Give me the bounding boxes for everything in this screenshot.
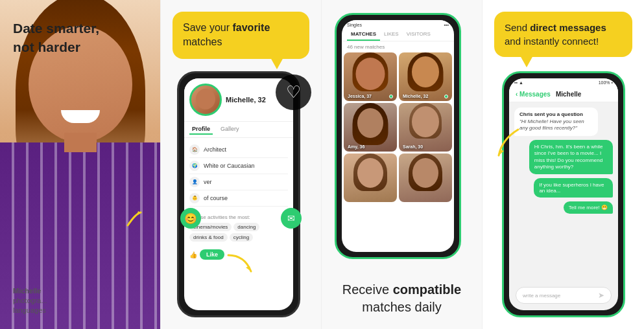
online-dot-michelle bbox=[444, 95, 448, 98]
field-job: 🏠 Architect bbox=[189, 142, 288, 158]
chat-header: ‹ Messages Michelle bbox=[509, 87, 618, 102]
match-card-5[interactable] bbox=[344, 153, 397, 202]
info-row-lang: languages bbox=[13, 306, 47, 314]
phone-mock-profile: Michelle, 32 Profile Gallery 🏠 Architect… bbox=[177, 71, 300, 317]
mail-badge[interactable]: ✉ bbox=[281, 208, 302, 229]
profile-fields: 🏠 Architect 🌍 White or Caucasian 👤 ver 👶… bbox=[184, 138, 293, 210]
bottom-arrow bbox=[225, 252, 257, 280]
match-name-michelle: Michelle, 32 bbox=[403, 94, 428, 98]
back-button[interactable]: ‹ Messages bbox=[516, 91, 551, 98]
bubble-question: Chris sent you a question "Hi Michelle! … bbox=[514, 108, 598, 136]
arrow-decoration bbox=[123, 207, 146, 233]
phone-screen-matches: Singles ▪▪▪ MATCHES LIKES VISITORS 46 ne… bbox=[342, 20, 454, 252]
status-signal: ▪▪▪ bbox=[444, 23, 449, 27]
status-bar: Singles ▪▪▪ bbox=[342, 20, 454, 28]
profile-name: Michelle, 32 bbox=[226, 96, 266, 104]
panel-messages: Send direct messagesand instantly connec… bbox=[483, 0, 644, 329]
tag-drinks: drinks & food bbox=[189, 233, 228, 242]
tab-likes[interactable]: LIKES bbox=[380, 28, 403, 41]
speech-bold: favorite bbox=[232, 22, 270, 33]
activities-label: s these activities the most: bbox=[189, 214, 288, 220]
field-misc1-text: ver bbox=[204, 179, 212, 185]
new-matches-label: 46 new matches bbox=[342, 41, 454, 52]
activity-tags: cinema/movies dancing drinks & food cycl… bbox=[189, 223, 288, 242]
info-row-photo: photogra... bbox=[13, 297, 47, 304]
match-photo-5 bbox=[344, 153, 397, 202]
question-text: "Hi Michelle! Have you seen any good fil… bbox=[519, 119, 593, 132]
bottom-text-bold: compatible bbox=[393, 282, 462, 297]
match-photo-6 bbox=[399, 153, 452, 202]
panel-date-smarter: Date smarter, not harder Michelle photog… bbox=[0, 0, 161, 329]
speech-bubble-save: Save your favorite matches bbox=[173, 12, 309, 59]
phone-mock-chat: ▪▪ ▲ 100% ▪ ‹ Messages Michelle Chris se… bbox=[502, 71, 625, 317]
smile-badge[interactable]: 😊 bbox=[180, 208, 201, 229]
job-icon: 🏠 bbox=[189, 144, 200, 155]
bottom-text: Receive compatiblematches daily bbox=[335, 281, 469, 316]
like-button[interactable]: Like bbox=[200, 249, 224, 260]
match-card-michelle[interactable]: Michelle, 32 bbox=[399, 52, 452, 101]
bubble-reply-2: If you like superheros I have an idea... bbox=[534, 178, 613, 198]
status-bar-text: Singles bbox=[347, 23, 362, 27]
bubble-reply-1: Hi Chris, hm. It's been a while since I'… bbox=[529, 140, 613, 175]
speech-bold-direct: direct messages bbox=[530, 22, 606, 33]
panel-matches: Singles ▪▪▪ MATCHES LIKES VISITORS 46 ne… bbox=[322, 0, 483, 329]
tab-visitors[interactable]: VISITORS bbox=[403, 28, 435, 41]
bubble-reply-3: Tell me more! 😁 bbox=[564, 201, 613, 214]
tab-profile[interactable]: Profile bbox=[189, 124, 213, 135]
heart-overlay-button[interactable] bbox=[276, 74, 311, 110]
profile-avatar bbox=[189, 84, 222, 116]
left-arrow-decoration bbox=[492, 126, 521, 161]
match-name-sarah: Sarah, 30 bbox=[403, 144, 423, 149]
panel-save-matches: Save your favorite matches Michelle, 32 … bbox=[161, 0, 322, 329]
misc1-icon: 👤 bbox=[189, 177, 200, 187]
tag-cycling: cycling bbox=[230, 233, 253, 242]
chat-header-name: Michelle bbox=[556, 91, 581, 98]
matches-grid: Jessica, 37 Michelle, 32 A bbox=[342, 52, 454, 202]
ethnicity-icon: 🌍 bbox=[189, 161, 200, 171]
svg-marker-1 bbox=[246, 266, 251, 271]
field-ethnicity: 🌍 White or Caucasian bbox=[189, 158, 288, 174]
match-card-sarah[interactable]: Sarah, 30 bbox=[399, 103, 452, 152]
field-job-text: Architect bbox=[204, 146, 226, 153]
info-row-name: Michelle bbox=[13, 287, 47, 295]
misc2-icon: 👶 bbox=[189, 193, 200, 203]
chat-status-bar: ▪▪ ▲ 100% ▪ bbox=[509, 78, 618, 87]
match-name-amy: Amy, 36 bbox=[348, 144, 364, 149]
phone-mock-matches: Singles ▪▪▪ MATCHES LIKES VISITORS 46 ne… bbox=[335, 13, 461, 259]
match-card-amy[interactable]: Amy, 36 bbox=[344, 103, 397, 152]
field-misc1: 👤 ver bbox=[189, 174, 288, 190]
field-misc2-text: of course bbox=[204, 195, 228, 201]
headline: Date smarter, not harder bbox=[13, 19, 99, 56]
tag-dancing: dancing bbox=[233, 223, 259, 231]
battery: 100% ▪ bbox=[599, 80, 613, 85]
field-ethnicity-text: White or Caucasian bbox=[204, 163, 255, 169]
phone-screen-chat: ▪▪ ▲ 100% ▪ ‹ Messages Michelle Chris se… bbox=[509, 78, 618, 310]
bottom-info: Michelle photogra... languages bbox=[13, 287, 47, 316]
send-icon[interactable]: ➤ bbox=[598, 291, 604, 300]
chat-input-bar: write a message ➤ bbox=[516, 287, 612, 304]
speech-bubble-messages: Send direct messagesand instantly connec… bbox=[494, 12, 632, 57]
input-placeholder[interactable]: write a message bbox=[523, 293, 560, 299]
match-card-6[interactable] bbox=[399, 153, 452, 202]
match-card-jessica[interactable]: Jessica, 37 bbox=[344, 52, 397, 101]
field-misc2: 👶 of course bbox=[189, 190, 288, 207]
tab-matches[interactable]: MATCHES bbox=[347, 28, 380, 41]
profile-tabs: Profile Gallery bbox=[184, 122, 293, 138]
match-name-jessica: Jessica, 37 bbox=[348, 94, 372, 98]
tabs-bar: MATCHES LIKES VISITORS bbox=[342, 28, 454, 41]
signal-icons: ▪▪ ▲ bbox=[514, 80, 523, 85]
online-dot-jessica bbox=[389, 95, 393, 98]
chat-messages: Chris sent you a question "Hi Michelle! … bbox=[509, 102, 618, 219]
tab-gallery[interactable]: Gallery bbox=[218, 124, 242, 135]
question-sender: Chris sent you a question bbox=[519, 111, 593, 117]
